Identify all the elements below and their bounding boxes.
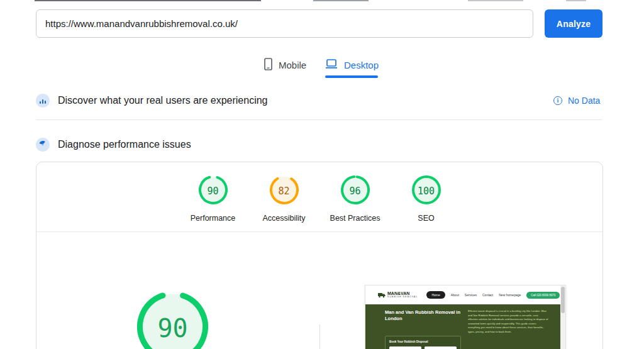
clipped-header-fragment — [313, 0, 369, 1]
thumb-nav-services[interactable]: Services — [465, 293, 477, 297]
diagnose-gauge-icon — [36, 138, 50, 152]
desktop-laptop-icon — [325, 59, 338, 71]
mobile-phone-icon — [264, 58, 272, 72]
score-item-best-practices: 96 Best Practices — [319, 175, 391, 223]
field-data-section-title: Discover what your real users are experi… — [58, 95, 267, 106]
thumb-site-logo: MAN&VAN RUBBISH REMOVAL — [378, 289, 418, 301]
score-item-performance: 90 Performance — [177, 175, 248, 223]
no-data-status[interactable]: No Data — [568, 96, 600, 106]
pagespeed-insights-page: Analyze Mobile Desktop Discover what you… — [0, 0, 644, 349]
thumb-nav-home[interactable]: Home — [426, 291, 445, 299]
best-practices-score-gauge[interactable]: 96 — [341, 175, 370, 207]
thumb-email-field[interactable]: *Enter email — [425, 346, 457, 349]
clipped-header-fragment — [35, 0, 261, 1]
best-practices-score-label[interactable]: Best Practices — [330, 214, 380, 223]
site-screenshot-thumbnail[interactable]: MAN&VAN RUBBISH REMOVAL Home About Servi… — [365, 285, 565, 349]
active-tab-underline — [325, 75, 378, 78]
thumb-hero-title: Man and Van Rubbish Removal in London — [385, 309, 470, 322]
metrics-vertical-divider — [319, 324, 320, 349]
thumb-form-title: Book Your Rubbish Disposal — [389, 340, 457, 343]
seo-score-gauge[interactable]: 100 — [412, 175, 441, 207]
tab-mobile-label: Mobile — [279, 60, 306, 70]
thumb-booking-form: Book Your Rubbish Disposal *Enter your n… — [385, 336, 461, 349]
performance-score-gauge[interactable]: 90 — [199, 175, 228, 207]
thumb-hero-section: Man and Van Rubbish Removal in London Bo… — [365, 304, 560, 349]
thumb-nav-contact[interactable]: Contact — [482, 293, 493, 297]
accessibility-score-gauge[interactable]: 82 — [270, 175, 299, 207]
card-divider — [36, 231, 602, 232]
tab-desktop[interactable]: Desktop — [325, 57, 379, 73]
thumb-nav: Home About Services Contact New homepage… — [426, 291, 560, 299]
thumb-name-field[interactable]: *Enter your name — [389, 346, 421, 349]
tab-desktop-label: Desktop — [344, 60, 379, 70]
clipped-header-fragment — [566, 0, 586, 1]
real-users-icon — [36, 94, 50, 108]
score-item-seo: 100 SEO — [391, 175, 462, 223]
tab-mobile[interactable]: Mobile — [264, 57, 306, 73]
section-divider — [36, 119, 602, 120]
performance-big-gauge[interactable]: 90 — [137, 291, 208, 349]
thumb-site-header: MAN&VAN RUBBISH REMOVAL Home About Servi… — [365, 285, 560, 304]
thumb-nav-new-homepage[interactable]: New homepage — [499, 293, 521, 297]
info-icon[interactable]: i — [553, 96, 562, 105]
category-scores-row: 90 Performance 82 Accessibility 96 Best … — [177, 175, 462, 223]
thumb-scrollbar[interactable] — [560, 285, 565, 349]
url-input[interactable] — [36, 9, 533, 38]
thumb-intro-paragraph: Efficient waste disposal is crucial in a… — [468, 309, 548, 334]
analyze-button[interactable]: Analyze — [545, 9, 602, 38]
seo-score-label[interactable]: SEO — [418, 214, 434, 223]
van-logo-icon — [378, 289, 386, 301]
performance-score-label[interactable]: Performance — [191, 214, 236, 223]
diagnose-section-title: Diagnose performance issues — [58, 139, 191, 150]
thumb-scrollbar-thumb[interactable] — [561, 287, 565, 313]
thumb-logo-subtitle: RUBBISH REMOVAL — [387, 296, 418, 299]
thumb-nav-about[interactable]: About — [451, 293, 459, 297]
thumb-call-button[interactable]: Call 020 8099 8970 — [526, 292, 560, 299]
score-item-accessibility: 82 Accessibility — [248, 175, 319, 223]
lighthouse-report-card: 90 Performance 82 Accessibility 96 Best … — [36, 162, 603, 349]
clipped-header-fragment — [468, 0, 523, 1]
accessibility-score-label[interactable]: Accessibility — [262, 214, 305, 223]
